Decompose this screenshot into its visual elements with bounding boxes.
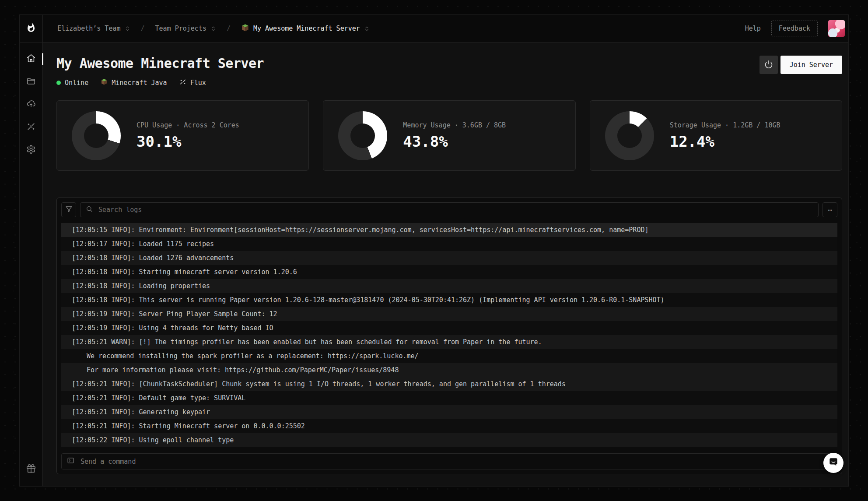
grass-block-icon: [241, 24, 249, 34]
main-content: My Awesome Minecraft Server Online Minec: [43, 42, 848, 486]
breadcrumb-team[interactable]: Elizabeth’s Team: [57, 25, 130, 32]
log-search: [80, 202, 819, 217]
log-row: [12:05:21 INFO]: [ChunkTaskScheduler] Ch…: [61, 377, 837, 391]
sidebar-item-projects[interactable]: [20, 75, 43, 89]
flux-nodes-icon: [179, 78, 186, 87]
user-avatar[interactable]: [828, 20, 845, 37]
more-options-button[interactable]: ⋯: [822, 202, 837, 217]
power-icon: [764, 60, 773, 70]
section-divider: [56, 185, 842, 185]
memory-label: Memory Usage · 3.6GB / 8GB: [403, 121, 506, 129]
ellipsis-icon: ⋯: [828, 206, 832, 214]
terminal-icon: [67, 457, 74, 466]
sidebar: [20, 15, 43, 486]
log-row: [12:05:22 INFO]: Using epoll channel typ…: [61, 433, 837, 447]
log-console: ⋯ [12:05:15 INFO]: Environment: Environm…: [56, 198, 842, 474]
join-server-button[interactable]: Join Server: [780, 56, 842, 74]
home-icon: [26, 53, 36, 65]
search-icon: [86, 205, 93, 214]
send-command-input[interactable]: [80, 457, 832, 466]
log-row: [12:05:19 INFO]: Using 4 threads for Net…: [61, 321, 837, 335]
breadcrumb-separator: /: [220, 25, 237, 32]
storage-text: Storage Usage · 1.2GB / 10GB 12.4%: [670, 121, 780, 150]
folder-icon: [26, 76, 36, 88]
topbar: Elizabeth’s Team / Team Projects /: [43, 15, 848, 42]
gift-icon: [26, 464, 36, 475]
page-title: My Awesome Minecraft Server: [56, 56, 264, 71]
cpu-value: 30.1%: [136, 133, 239, 150]
log-row: [12:05:21 INFO]: Starting Minecraft serv…: [61, 419, 837, 433]
minecraft-java-label: Minecraft Java: [112, 79, 167, 87]
cpu-usage-card: CPU Usage · Across 2 Cores 30.1%: [56, 100, 309, 171]
app-window: Elizabeth’s Team / Team Projects /: [19, 14, 849, 487]
search-logs-input[interactable]: [98, 205, 813, 214]
cloud-upload-icon: [26, 99, 36, 110]
memory-usage-card: Memory Usage · 3.6GB / 8GB 43.8%: [323, 100, 575, 171]
cpu-text: CPU Usage · Across 2 Cores 30.1%: [136, 121, 239, 150]
cpu-donut-chart: [72, 111, 121, 160]
log-row: [12:05:15 INFO]: Environment: Environmen…: [61, 223, 837, 237]
storage-label: Storage Usage · 1.2GB / 10GB: [670, 121, 780, 129]
sidebar-nav: [20, 42, 42, 462]
grass-block-icon: [101, 78, 108, 87]
sidebar-item-deploy[interactable]: [20, 98, 43, 112]
breadcrumb-server[interactable]: My Awesome Minecraft Server: [241, 24, 370, 34]
sidebar-item-integrations[interactable]: [20, 120, 43, 134]
feedback-button[interactable]: Feedback: [771, 21, 818, 36]
gear-icon: [26, 145, 36, 156]
breadcrumb-team-label: Elizabeth’s Team: [57, 25, 121, 32]
filter-funnel-icon: [65, 205, 73, 215]
log-row: [12:05:18 INFO]: Loading properties: [61, 279, 837, 293]
storage-usage-card: Storage Usage · 1.2GB / 10GB 12.4%: [590, 100, 842, 171]
log-row: [12:05:21 WARN]: [!] The timings profile…: [61, 335, 837, 349]
page-header: My Awesome Minecraft Server Online Minec: [56, 56, 842, 87]
app-logo[interactable]: [20, 15, 42, 42]
network-nodes-icon: [26, 122, 36, 133]
breadcrumb-projects-label: Team Projects: [155, 25, 206, 32]
memory-value: 43.8%: [403, 133, 506, 150]
power-button[interactable]: [760, 56, 778, 74]
console-toolbar: ⋯: [61, 202, 837, 217]
chat-bubble-icon: [828, 456, 839, 469]
storage-donut-chart: [605, 111, 654, 160]
log-row: [12:05:21 INFO]: Default game type: SURV…: [61, 391, 837, 405]
sidebar-item-settings[interactable]: [20, 143, 43, 157]
sidebar-bottom: [20, 462, 42, 486]
chat-widget-button[interactable]: [823, 453, 844, 473]
log-row: [12:05:21 INFO]: Generating keypair: [61, 405, 837, 419]
storage-value: 12.4%: [670, 133, 780, 150]
sidebar-item-home[interactable]: [20, 52, 43, 66]
content-column: Elizabeth’s Team / Team Projects /: [43, 15, 848, 486]
memory-text: Memory Usage · 3.6GB / 8GB 43.8%: [403, 121, 506, 150]
flux-label: Flux: [190, 79, 206, 87]
log-row: [12:05:19 INFO]: Server Ping Player Samp…: [61, 307, 837, 321]
chevrons-up-down-icon: [364, 26, 370, 32]
log-row: For more information please visit: https…: [61, 363, 837, 377]
status-badge-online: Online: [56, 79, 88, 87]
flame-icon: [26, 22, 36, 35]
title-block: My Awesome Minecraft Server Online Minec: [56, 56, 264, 87]
header-actions: Join Server: [760, 56, 842, 74]
breadcrumb-server-label: My Awesome Minecraft Server: [253, 25, 360, 32]
cpu-label: CPU Usage · Across 2 Cores: [136, 121, 239, 129]
help-button[interactable]: Help: [739, 21, 767, 36]
badge-minecraft-java: Minecraft Java: [101, 78, 167, 87]
online-dot-icon: [56, 81, 61, 85]
log-row: [12:05:18 INFO]: Starting minecraft serv…: [61, 265, 837, 279]
online-label: Online: [65, 79, 88, 87]
sidebar-item-gift[interactable]: [20, 462, 43, 476]
command-bar: [61, 453, 837, 469]
log-row: [12:05:17 INFO]: Loaded 1175 recipes: [61, 237, 837, 251]
log-list: [12:05:15 INFO]: Environment: Environmen…: [61, 223, 837, 449]
badge-flux: Flux: [179, 78, 206, 87]
log-row: [12:05:18 INFO]: This server is running …: [61, 293, 837, 307]
chevrons-up-down-icon: [125, 26, 130, 32]
filter-button[interactable]: [61, 202, 76, 217]
memory-donut-chart: [338, 111, 387, 160]
page: Elizabeth’s Team / Team Projects /: [0, 0, 868, 501]
breadcrumb-separator: /: [135, 25, 151, 32]
breadcrumb-projects[interactable]: Team Projects: [155, 25, 216, 32]
status-badges: Online Minecraft Java: [56, 78, 264, 87]
log-row: We recommend installing the spark profil…: [61, 349, 837, 363]
stat-cards: CPU Usage · Across 2 Cores 30.1% Memory …: [56, 100, 842, 171]
